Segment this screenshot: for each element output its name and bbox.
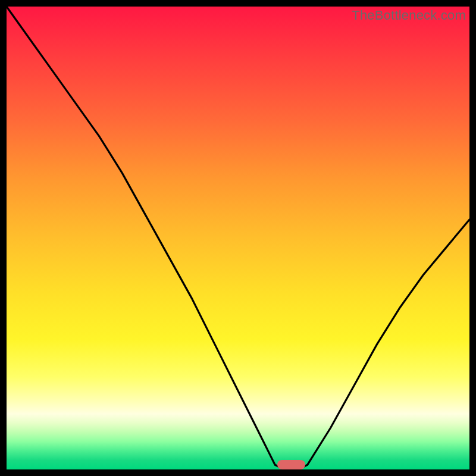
- chart-frame: TheBottleneck.com: [7, 7, 469, 469]
- curve-path: [7, 7, 469, 469]
- optimal-marker: [277, 460, 305, 469]
- bottleneck-curve: [7, 7, 469, 469]
